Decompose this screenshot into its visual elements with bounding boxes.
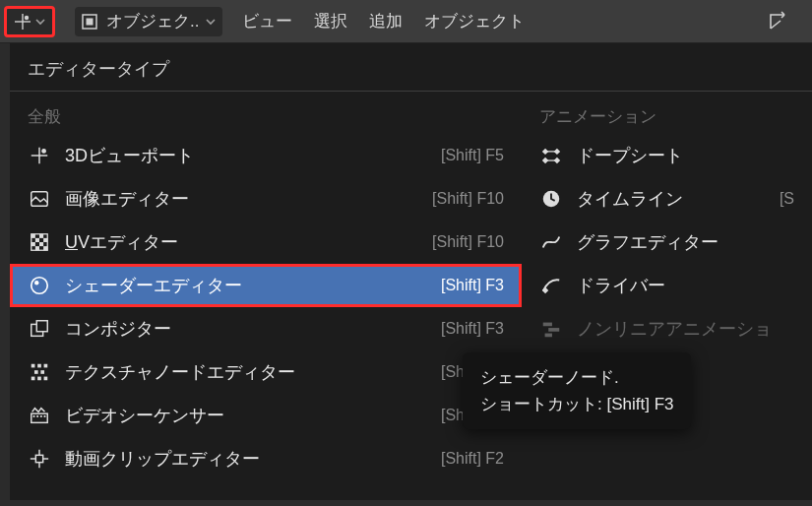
item-label: 画像エディター bbox=[65, 187, 432, 211]
driver-icon bbox=[539, 274, 563, 297]
svg-rect-14 bbox=[31, 242, 35, 246]
svg-point-19 bbox=[34, 281, 38, 285]
item-label: 動画クリップエディター bbox=[65, 447, 441, 471]
svg-rect-48 bbox=[543, 323, 552, 327]
tooltip-line1: シェーダーノード. bbox=[480, 364, 673, 391]
graph-editor-icon bbox=[539, 230, 563, 254]
svg-rect-29 bbox=[44, 377, 48, 381]
menu-select[interactable]: 選択 bbox=[314, 10, 347, 32]
svg-rect-16 bbox=[35, 246, 39, 250]
item-timeline[interactable]: タイムライン [S bbox=[522, 177, 812, 221]
nla-icon bbox=[539, 317, 563, 341]
menu-add[interactable]: 追加 bbox=[369, 10, 403, 32]
item-dopesheet[interactable]: ドープシート bbox=[522, 134, 812, 177]
svg-rect-35 bbox=[35, 455, 42, 462]
svg-rect-33 bbox=[40, 415, 42, 417]
interaction-mode-dropdown[interactable]: オブジェク.. bbox=[75, 7, 222, 36]
tooltip: シェーダーノード. ショートカット: [Shift] F3 bbox=[463, 352, 691, 429]
editor-type-dropdown-button[interactable] bbox=[4, 6, 55, 37]
svg-rect-22 bbox=[31, 364, 35, 368]
item-shortcut: [Shift] F5 bbox=[441, 147, 504, 164]
general-header: 全般 bbox=[10, 95, 522, 134]
svg-rect-25 bbox=[34, 370, 38, 374]
chevron-down-icon bbox=[205, 16, 217, 28]
item-shortcut: [Shift] F3 bbox=[441, 320, 504, 338]
compositor-icon bbox=[28, 317, 51, 341]
svg-rect-49 bbox=[548, 328, 559, 332]
item-shader-editor[interactable]: シェーダーエディター [Shift] F3 bbox=[10, 264, 522, 307]
item-label: ノンリニアアニメーショ bbox=[577, 317, 800, 341]
svg-rect-28 bbox=[37, 377, 41, 381]
editor-type-panel: エディタータイプ 全般 3Dビューポート [Shift] F5 画像エディター … bbox=[10, 43, 812, 500]
svg-rect-4 bbox=[87, 18, 94, 25]
svg-rect-12 bbox=[35, 238, 39, 242]
item-uv-editor[interactable]: UVエディター [Shift] F10 bbox=[10, 221, 522, 264]
image-editor-icon bbox=[28, 187, 51, 211]
movie-clip-icon bbox=[28, 447, 51, 471]
animation-header: アニメーション bbox=[522, 95, 812, 134]
item-graph-editor[interactable]: グラフエディター bbox=[522, 221, 812, 264]
tooltip-line2: ショートカット: [Shift] F3 bbox=[480, 391, 673, 417]
svg-rect-32 bbox=[36, 415, 38, 417]
item-3d-viewport[interactable]: 3Dビューポート [Shift] F5 bbox=[10, 134, 522, 177]
uv-editor-icon bbox=[28, 230, 51, 254]
item-label: ドライバー bbox=[577, 274, 800, 297]
item-nla[interactable]: ノンリニアアニメーショ bbox=[522, 307, 812, 350]
svg-rect-34 bbox=[44, 415, 46, 417]
item-label: UVエディター bbox=[65, 230, 432, 254]
svg-rect-30 bbox=[31, 413, 48, 422]
item-shortcut: [Shift] F3 bbox=[441, 277, 504, 294]
item-video-sequencer[interactable]: ビデオシーケンサー [Shift] F8 bbox=[10, 394, 522, 437]
item-driver[interactable]: ドライバー bbox=[522, 264, 812, 307]
texture-node-icon bbox=[28, 360, 51, 384]
item-label: シェーダーエディター bbox=[65, 274, 441, 297]
svg-point-2 bbox=[25, 15, 29, 19]
item-label: タイムライン bbox=[577, 187, 780, 211]
menu-object[interactable]: オブジェクト bbox=[424, 10, 525, 32]
svg-rect-27 bbox=[31, 377, 35, 381]
svg-point-18 bbox=[31, 278, 48, 294]
svg-rect-24 bbox=[44, 364, 48, 368]
svg-rect-21 bbox=[36, 321, 47, 332]
item-label: ビデオシーケンサー bbox=[65, 404, 441, 427]
general-column: 全般 3Dビューポート [Shift] F5 画像エディター [Shift] F… bbox=[10, 95, 522, 480]
item-shortcut: [Shift] F10 bbox=[432, 233, 504, 251]
header-menus: ビュー 選択 追加 オブジェクト bbox=[242, 10, 525, 32]
object-mode-icon bbox=[81, 13, 98, 31]
transform-gizmo-button[interactable] bbox=[765, 6, 798, 35]
item-texture-node[interactable]: テクスチャノードエディター [Shift] F3 bbox=[10, 350, 522, 394]
item-label: グラフエディター bbox=[577, 230, 800, 254]
svg-rect-50 bbox=[545, 334, 552, 338]
item-compositor[interactable]: コンポジター [Shift] F3 bbox=[10, 307, 522, 350]
menu-view[interactable]: ビュー bbox=[242, 10, 292, 32]
mode-dropdown-group: オブジェク.. bbox=[75, 7, 222, 36]
item-shortcut: [Shift] F10 bbox=[432, 190, 504, 208]
svg-rect-47 bbox=[542, 287, 548, 293]
shader-editor-icon bbox=[28, 274, 51, 297]
item-shortcut: [S bbox=[780, 190, 794, 208]
svg-rect-10 bbox=[31, 234, 35, 238]
item-label: ドープシート bbox=[577, 144, 794, 167]
item-shortcut: [Shift] F2 bbox=[441, 450, 504, 468]
item-movie-clip[interactable]: 動画クリップエディター [Shift] F2 bbox=[10, 437, 522, 480]
dopesheet-icon bbox=[539, 144, 563, 167]
viewport-3d-icon bbox=[13, 12, 32, 32]
svg-rect-26 bbox=[40, 370, 44, 374]
svg-rect-15 bbox=[39, 242, 43, 246]
svg-rect-13 bbox=[43, 238, 47, 242]
item-image-editor[interactable]: 画像エディター [Shift] F10 bbox=[10, 177, 522, 221]
item-label: コンポジター bbox=[65, 317, 441, 341]
viewport-3d-icon bbox=[28, 144, 51, 167]
item-label: 3Dビューポート bbox=[65, 144, 441, 167]
svg-rect-17 bbox=[43, 246, 47, 250]
header-bar: オブジェク.. ビュー 選択 追加 オブジェクト bbox=[0, 0, 812, 43]
panel-title: エディタータイプ bbox=[10, 43, 812, 92]
svg-rect-23 bbox=[37, 364, 41, 368]
svg-rect-31 bbox=[33, 415, 35, 417]
interaction-mode-label: オブジェク.. bbox=[106, 10, 199, 32]
svg-rect-11 bbox=[39, 234, 43, 238]
item-label: テクスチャノードエディター bbox=[65, 360, 441, 384]
svg-point-7 bbox=[41, 149, 46, 154]
timeline-icon bbox=[539, 187, 563, 211]
video-sequencer-icon bbox=[28, 404, 51, 427]
